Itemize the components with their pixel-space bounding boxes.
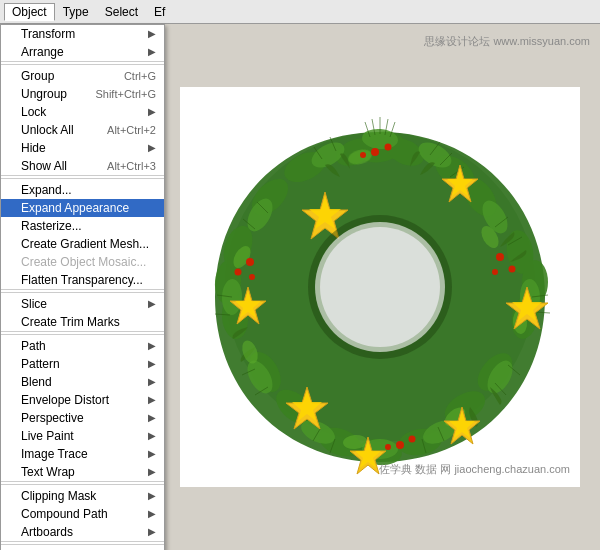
menu-separator [1,178,164,179]
arrow-icon: ▶ [148,355,156,373]
arrow-icon: ▶ [148,391,156,409]
dropdown-menu: Transform ▶ Arrange ▶ Group Ctrl+G Ungro… [0,24,165,550]
menu-item-artboards[interactable]: Artboards ▶ [1,523,164,541]
svg-point-62 [249,274,255,280]
svg-point-68 [320,227,440,347]
svg-point-58 [509,266,516,273]
menu-item-transform[interactable]: Transform ▶ [1,25,164,43]
svg-point-55 [385,144,392,151]
menu-item-label: Create Gradient Mesh... [21,235,149,253]
wreath-container [200,97,560,477]
arrow-icon: ▶ [148,103,156,121]
menu-item-label: Path [21,337,46,355]
menu-item-image-trace[interactable]: Image Trace ▶ [1,445,164,463]
arrow-icon: ▶ [148,295,156,313]
arrow-icon: ▶ [148,463,156,481]
menu-section-6: Clipping Mask ▶ Compound Path ▶ Artboard… [1,487,164,542]
menu-item-compound-path[interactable]: Compound Path ▶ [1,505,164,523]
menu-section-3: Expand... Expand Appearance Rasterize...… [1,181,164,290]
menu-effect[interactable]: Ef [146,3,173,21]
menu-item-clipping-mask[interactable]: Clipping Mask ▶ [1,487,164,505]
menu-item-show-all[interactable]: Show All Alt+Ctrl+3 [1,157,164,175]
menu-object[interactable]: Object [4,3,55,21]
menu-item-label: Image Trace [21,445,88,463]
canvas-content: 佐学典 数据 网 jiaocheng.chazuan.com [180,87,580,487]
shortcut-label: Alt+Ctrl+3 [107,157,156,175]
menu-item-lock[interactable]: Lock ▶ [1,103,164,121]
menu-separator [1,64,164,65]
menu-item-label: Expand... [21,181,72,199]
menu-section-1: Transform ▶ Arrange ▶ [1,25,164,62]
svg-point-64 [409,436,416,443]
wreath-svg [200,97,560,477]
svg-point-63 [396,441,404,449]
arrow-icon: ▶ [148,337,156,355]
menu-item-expand-appearance[interactable]: Expand Appearance [1,199,164,217]
menu-item-path[interactable]: Path ▶ [1,337,164,355]
menu-item-group[interactable]: Group Ctrl+G [1,67,164,85]
menu-item-label: Create Object Mosaic... [21,253,146,271]
arrow-icon: ▶ [148,43,156,61]
menu-item-label: Group [21,67,54,85]
menu-section-5: Path ▶ Pattern ▶ Blend ▶ Envelope Distor… [1,337,164,482]
svg-point-61 [235,269,242,276]
svg-point-57 [496,253,504,261]
menu-item-label: Create Trim Marks [21,313,120,331]
menu-separator [1,334,164,335]
menu-item-label: Pattern [21,355,60,373]
arrow-icon: ▶ [148,523,156,541]
menu-item-create-object-mosaic: Create Object Mosaic... [1,253,164,271]
menu-item-hide[interactable]: Hide ▶ [1,139,164,157]
menu-type[interactable]: Type [55,3,97,21]
menu-item-envelope-distort[interactable]: Envelope Distort ▶ [1,391,164,409]
svg-point-59 [492,269,498,275]
menu-item-label: Hide [21,139,46,157]
menu-item-slice[interactable]: Slice ▶ [1,295,164,313]
menu-separator [1,544,164,545]
menu-item-live-paint[interactable]: Live Paint ▶ [1,427,164,445]
arrow-icon: ▶ [148,487,156,505]
menu-item-blend[interactable]: Blend ▶ [1,373,164,391]
menu-item-label: Slice [21,295,47,313]
menu-item-perspective[interactable]: Perspective ▶ [1,409,164,427]
menu-item-label: Show All [21,157,67,175]
watermark-top: 思缘设计论坛 www.missyuan.com [424,34,590,49]
menu-item-label: Rasterize... [21,217,82,235]
menu-item-label: Flatten Transparency... [21,271,143,289]
menu-item-label: Blend [21,373,52,391]
arrow-icon: ▶ [148,505,156,523]
arrow-icon: ▶ [148,25,156,43]
arrow-icon: ▶ [148,139,156,157]
menu-section-2: Group Ctrl+G Ungroup Shift+Ctrl+G Lock ▶… [1,67,164,176]
menu-item-ungroup[interactable]: Ungroup Shift+Ctrl+G [1,85,164,103]
menu-item-create-trim-marks[interactable]: Create Trim Marks [1,313,164,331]
menu-separator [1,484,164,485]
menu-item-rasterize[interactable]: Rasterize... [1,217,164,235]
menu-item-label: Lock [21,103,46,121]
menu-item-expand[interactable]: Expand... [1,181,164,199]
menu-item-pattern[interactable]: Pattern ▶ [1,355,164,373]
menu-item-arrange[interactable]: Arrange ▶ [1,43,164,61]
arrow-icon: ▶ [148,445,156,463]
menu-item-text-wrap[interactable]: Text Wrap ▶ [1,463,164,481]
svg-point-54 [371,148,379,156]
menu-item-unlock-all[interactable]: Unlock All Alt+Ctrl+2 [1,121,164,139]
menu-item-flatten-transparency[interactable]: Flatten Transparency... [1,271,164,289]
menu-item-label: Arrange [21,43,64,61]
menu-item-label: Expand Appearance [21,199,129,217]
menu-item-label: Envelope Distort [21,391,109,409]
watermark-bottom: 佐学典 数据 网 jiaocheng.chazuan.com [379,462,570,477]
menu-item-create-gradient-mesh[interactable]: Create Gradient Mesh... [1,235,164,253]
menu-select[interactable]: Select [97,3,146,21]
menu-item-label: Compound Path [21,505,108,523]
arrow-icon: ▶ [148,409,156,427]
menu-item-label: Unlock All [21,121,74,139]
menu-item-label: Live Paint [21,427,74,445]
svg-point-56 [360,152,366,158]
arrow-icon: ▶ [148,373,156,391]
canvas-area: 思缘设计论坛 www.missyuan.com [0,24,600,550]
menu-item-label: Text Wrap [21,463,75,481]
menu-item-label: Artboards [21,523,73,541]
menu-item-label: Transform [21,25,75,43]
svg-point-65 [385,444,391,450]
